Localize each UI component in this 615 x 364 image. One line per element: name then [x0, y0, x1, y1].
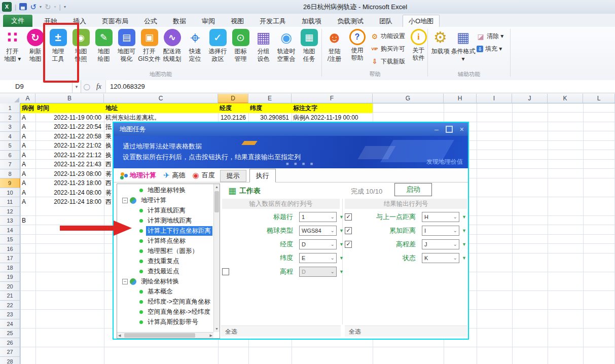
dropdown[interactable]: D⌄ [299, 239, 337, 249]
green-arrow-icon[interactable]: ▼ [339, 256, 344, 261]
ribbon-button[interactable]: 图标 管理 [230, 29, 251, 63]
green-arrow-icon[interactable]: ▼ [462, 256, 466, 261]
dropdown[interactable]: I⌄ [422, 226, 459, 236]
ribbon-tab[interactable]: 开发工具 [254, 16, 292, 27]
row-header[interactable]: 14 [0, 226, 20, 235]
tree-item[interactable]: − 基本概念 [117, 286, 213, 297]
row-header[interactable]: 15 [0, 235, 20, 244]
checkbox[interactable] [345, 227, 352, 234]
ribbon-small-button[interactable]: 功能设置 [371, 30, 405, 43]
select-all-left[interactable]: 全选 [221, 325, 341, 337]
cell-A9[interactable]: A [20, 178, 35, 188]
cell-A6[interactable]: A [20, 151, 35, 160]
collapse-icon[interactable]: − [122, 279, 128, 284]
help-button[interactable]: 使用 帮助 [346, 29, 368, 68]
ribbon-tab[interactable]: 数据 [167, 16, 192, 27]
minimize-icon[interactable]: – [435, 126, 439, 133]
ribbon-button[interactable]: 地图 任务 [298, 29, 320, 63]
tab-hint[interactable]: 提示 [220, 170, 246, 182]
green-arrow-icon[interactable]: ▼ [462, 242, 466, 247]
column-header[interactable]: L [583, 94, 615, 103]
cell-C1[interactable]: 地址 [104, 103, 218, 113]
row-header[interactable]: 25 [0, 329, 20, 338]
row-header[interactable]: 16 [0, 244, 20, 254]
row-header[interactable]: 19 [0, 272, 20, 282]
close-icon[interactable]: × [460, 126, 464, 133]
row-header[interactable]: 1 [0, 103, 20, 113]
cell-A10[interactable]: A [20, 188, 35, 198]
green-arrow-icon[interactable]: ▼ [339, 214, 344, 220]
ribbon-tab[interactable]: 加载项 [296, 16, 327, 27]
tab-run[interactable]: 执行 [249, 169, 276, 183]
checkbox[interactable] [345, 241, 352, 248]
select-all-right[interactable]: 全选 [345, 325, 467, 337]
checkbox[interactable] [222, 268, 229, 275]
row-header[interactable]: 9 [0, 178, 20, 188]
green-arrow-icon[interactable]: ▼ [339, 269, 344, 274]
row-header[interactable]: 21 [0, 291, 20, 301]
cell-E1[interactable]: 纬度 [248, 103, 292, 113]
dropdown[interactable]: K⌄ [422, 253, 459, 263]
row-header[interactable]: 2 [0, 113, 20, 123]
cell-B9[interactable]: 2022-11-23 18:00 [35, 178, 104, 188]
green-arrow-icon[interactable]: ▼ [462, 228, 466, 233]
column-header[interactable]: C [104, 94, 218, 103]
column-header[interactable]: A [20, 94, 35, 103]
redo-dropdown-icon[interactable]: ▾ [54, 5, 56, 9]
ribbon-button[interactable]: 打开 地图 ▾ [2, 29, 23, 63]
column-header[interactable]: D [218, 94, 248, 103]
scroll-right-icon[interactable]: ▶ [210, 333, 212, 338]
cell-A3[interactable]: A [20, 122, 35, 132]
ribbon-small-button[interactable]: 填充 ▾ [477, 43, 503, 55]
cell-B5[interactable]: 2022-11-22 21:02 [35, 141, 104, 151]
ribbon-tab[interactable]: 文件 [3, 15, 32, 27]
redo-icon[interactable]: ↻ [45, 3, 51, 11]
cell-E2[interactable]: 30.290851 [248, 113, 292, 123]
ribbon-tab[interactable]: 公式 [138, 16, 163, 27]
ribbon-small-button[interactable]: 购买许可 [371, 43, 405, 55]
scrollbar-thumb[interactable] [214, 191, 219, 212]
dropdown[interactable]: D⌄ [299, 267, 337, 277]
tree-item[interactable]: − 地理围栏（圆形） [117, 246, 213, 256]
tree-item[interactable]: − 测绘坐标转换 [117, 276, 213, 286]
row-header[interactable]: 27 [0, 347, 20, 357]
row-header[interactable]: 4 [0, 132, 20, 141]
cell-B6[interactable]: 2022-11-22 21:12 [35, 151, 104, 160]
row-header[interactable]: 5 [0, 141, 20, 151]
collapse-icon[interactable]: − [122, 198, 128, 203]
row-header[interactable]: 17 [0, 253, 20, 263]
insert-function-icon[interactable]: ◯ [81, 80, 92, 93]
baidu-menu[interactable]: 百度 [193, 169, 215, 182]
scrollbar-thumb[interactable] [124, 333, 195, 338]
ribbon-tab[interactable]: 小O地图 [403, 15, 440, 27]
undo-icon[interactable]: ↺ [30, 3, 37, 11]
dropdown[interactable]: J⌄ [422, 239, 459, 249]
qat-customize-icon[interactable]: ▾ [64, 5, 66, 9]
tree-item[interactable]: − 空间直角坐标->经纬度 [117, 307, 213, 317]
dropdown[interactable]: H⌄ [422, 212, 459, 222]
cell-B10[interactable]: 2022-11-24 08:00 [35, 188, 104, 198]
start-button[interactable]: 启动 [394, 183, 432, 196]
tree-horizontal-scrollbar[interactable]: ◀ ▶ [117, 332, 213, 338]
row-header[interactable]: 28 [0, 357, 20, 364]
ribbon-button[interactable]: 快速 定位 [184, 29, 206, 63]
ribbon-tab[interactable]: 审阅 [196, 16, 221, 27]
tree-item[interactable]: − 计算高斯投影带号 [117, 317, 213, 327]
scroll-down-icon[interactable]: ▼ [214, 326, 220, 332]
row-header[interactable]: 20 [0, 282, 20, 292]
ribbon-small-button[interactable]: 清除 ▾ [477, 30, 503, 43]
row-header[interactable]: 23 [0, 310, 20, 319]
ribbon-button[interactable]: 打开 GIS文件 [138, 29, 160, 63]
dropdown[interactable]: WGS84⌄ [299, 226, 337, 236]
row-header[interactable]: 18 [0, 263, 20, 273]
green-arrow-icon[interactable]: ▼ [339, 242, 344, 247]
ribbon-tab[interactable]: 负载测试 [332, 16, 369, 27]
cell-B7[interactable]: 2022-11-22 21:43 [35, 160, 104, 169]
tree-item[interactable]: − 计算终点坐标 [117, 236, 213, 246]
formula-input[interactable]: 120.068329 [106, 80, 615, 93]
geo-calc-menu[interactable]: 地理计算 [121, 169, 156, 182]
maximize-icon[interactable] [446, 126, 453, 133]
cell-A7[interactable]: A [20, 160, 35, 169]
ribbon-button[interactable]: 选择行 政区 [207, 29, 229, 63]
undo-dropdown-icon[interactable]: ▾ [40, 5, 42, 9]
